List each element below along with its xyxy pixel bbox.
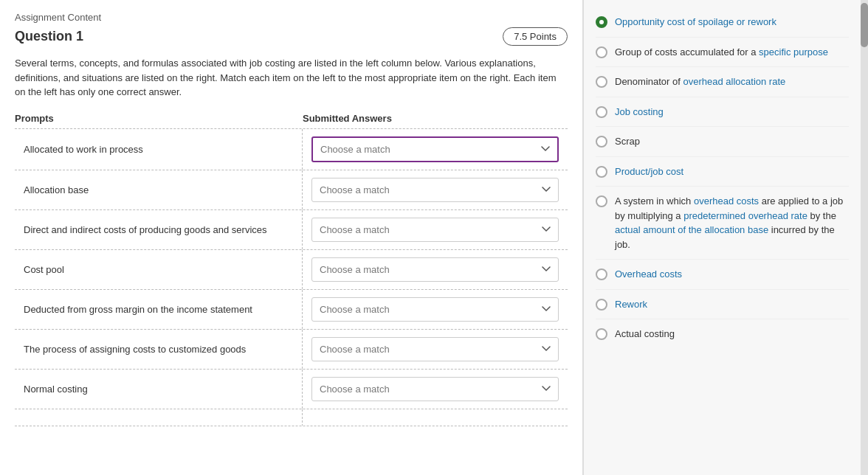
match-row: Deducted from gross margin on the income… — [15, 289, 568, 329]
right-option-3[interactable]: Denominator of overhead allocation rate — [596, 67, 849, 97]
radio-button-7[interactable] — [596, 195, 607, 207]
match-row: Normal costing Choose a match — [15, 369, 568, 409]
right-option-7[interactable]: A system in which overhead costs are app… — [596, 187, 849, 260]
right-option-8[interactable]: Overhead costs — [596, 260, 849, 290]
columns-header: Prompts Submitted Answers — [15, 113, 568, 124]
radio-button-5[interactable] — [596, 136, 607, 148]
option-text-4: Job costing — [615, 105, 664, 119]
answer-cell: Choose a match — [303, 170, 568, 209]
answer-cell: Choose a match — [303, 290, 568, 329]
prompts-column-header: Prompts — [15, 113, 303, 124]
match-select-4[interactable]: Choose a match — [311, 257, 559, 282]
right-option-6[interactable]: Product/job cost — [596, 157, 849, 187]
answer-cell: Choose a match — [303, 250, 568, 289]
radio-button-2[interactable] — [596, 46, 607, 58]
match-row: Cost pool Choose a match — [15, 249, 568, 289]
match-select-3[interactable]: Choose a match — [311, 218, 559, 242]
option-text-6: Product/job cost — [615, 164, 683, 179]
match-select-6[interactable]: Choose a match — [311, 337, 559, 361]
prompt-cell: The process of assigning costs to custom… — [15, 330, 303, 369]
points-badge: 7.5 Points — [503, 27, 568, 46]
radio-button-4[interactable] — [596, 106, 607, 118]
answer-cell — [303, 409, 568, 426]
prompt-cell: Allocated to work in process — [15, 129, 303, 170]
option-text-5: Scrap — [615, 134, 640, 149]
question-instructions: Several terms, concepts, and formulas as… — [15, 56, 568, 100]
answer-cell: Choose a match — [303, 210, 568, 249]
match-row — [15, 409, 568, 426]
option-text-2: Group of costs accumulated for a specifi… — [615, 45, 828, 60]
left-panel: Assignment Content Question 1 7.5 Points… — [0, 0, 583, 475]
match-select-5[interactable]: Choose a match — [311, 297, 559, 322]
prompt-cell: Direct and indirect costs of producing g… — [15, 210, 303, 249]
prompt-cell: Normal costing — [15, 370, 303, 409]
match-row: Direct and indirect costs of producing g… — [15, 209, 568, 249]
right-option-10[interactable]: Actual costing — [596, 319, 849, 349]
option-text-9: Rework — [615, 297, 647, 312]
question-label: Question 1 — [15, 29, 83, 44]
right-option-2[interactable]: Group of costs accumulated for a specifi… — [596, 38, 849, 68]
answer-cell: Choose a match — [303, 129, 568, 170]
option-text-3: Denominator of overhead allocation rate — [615, 74, 785, 89]
prompt-cell: Cost pool — [15, 250, 303, 289]
prompt-cell — [15, 409, 303, 426]
answer-cell: Choose a match — [303, 370, 568, 409]
answers-column-header: Submitted Answers — [303, 113, 568, 124]
option-text-10: Actual costing — [615, 327, 675, 341]
option-text-7: A system in which overhead costs are app… — [615, 194, 849, 252]
scrollbar-track[interactable] — [861, 0, 868, 475]
radio-button-1[interactable] — [596, 16, 607, 28]
match-row: The process of assigning costs to custom… — [15, 329, 568, 369]
right-option-4[interactable]: Job costing — [596, 97, 849, 128]
option-text-8: Overhead costs — [615, 267, 682, 282]
match-select-7[interactable]: Choose a match — [311, 377, 559, 401]
right-panel: Opportunity cost of spoilage or rework G… — [583, 0, 861, 475]
match-select-2[interactable]: Choose a match — [311, 178, 559, 202]
match-select-1[interactable]: Choose a match — [311, 136, 559, 162]
right-option-1[interactable]: Opportunity cost of spoilage or rework — [596, 7, 849, 38]
match-row: Allocated to work in process Choose a ma… — [15, 128, 568, 170]
assignment-title: Assignment Content — [15, 12, 568, 23]
prompt-cell: Allocation base — [15, 170, 303, 209]
radio-button-8[interactable] — [596, 268, 607, 280]
match-row: Allocation base Choose a match — [15, 170, 568, 209]
right-option-9[interactable]: Rework — [596, 290, 849, 320]
radio-button-3[interactable] — [596, 76, 607, 88]
answer-cell: Choose a match — [303, 330, 568, 369]
radio-button-6[interactable] — [596, 166, 607, 178]
right-option-5[interactable]: Scrap — [596, 127, 849, 157]
radio-button-9[interactable] — [596, 299, 607, 311]
prompt-cell: Deducted from gross margin on the income… — [15, 290, 303, 329]
option-text-1: Opportunity cost of spoilage or rework — [615, 15, 776, 30]
scrollbar-thumb[interactable] — [861, 3, 868, 47]
question-header: Question 1 7.5 Points — [15, 27, 568, 46]
radio-button-10[interactable] — [596, 328, 607, 340]
